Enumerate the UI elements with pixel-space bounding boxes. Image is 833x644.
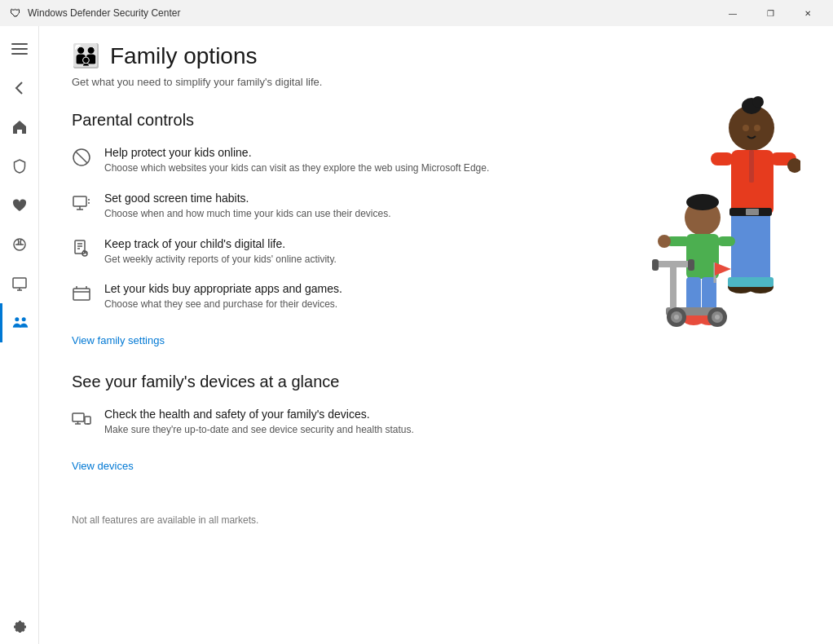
footer-note: Not all features are available in all ma… [72, 514, 800, 526]
feature-protect-title: Help protect your kids online. [104, 146, 489, 159]
svg-rect-1 [11, 48, 28, 50]
feature-screen-time-desc: Choose when and how much time your kids … [104, 207, 391, 221]
sidebar-item-settings[interactable] [0, 605, 39, 644]
sidebar-back-button[interactable] [0, 68, 39, 108]
svg-rect-27 [747, 277, 774, 287]
feature-apps-title: Let your kids buy appropriate apps and g… [104, 282, 342, 295]
feature-protect-text: Help protect your kids online. Choose wh… [104, 146, 489, 175]
sidebar-item-health[interactable] [0, 186, 39, 225]
svg-rect-68 [73, 413, 84, 421]
view-family-settings-link[interactable]: View family settings [72, 334, 165, 346]
svg-point-9 [22, 317, 26, 321]
devices-section-title: See your family's devices at a glance [72, 373, 800, 391]
titlebar-controls: — ❐ ✕ [714, 0, 826, 26]
feature-devices-desc: Make sure they're up-to-date and see dev… [104, 423, 414, 437]
feature-protect-desc: Choose which websites your kids can visi… [104, 161, 489, 175]
view-devices-link[interactable]: View devices [72, 460, 134, 472]
main-content: 👪 Family options Get what you need to si… [39, 26, 833, 644]
feature-digital-life-title: Keep track of your child's digital life. [104, 237, 337, 250]
protect-icon [72, 148, 91, 167]
minimize-button[interactable]: — [714, 0, 751, 26]
svg-rect-71 [85, 417, 90, 424]
svg-rect-42 [652, 259, 659, 271]
feature-screen-time-text: Set good screen time habits. Choose when… [104, 192, 391, 221]
svg-marker-51 [715, 262, 731, 276]
sidebar-item-home[interactable] [0, 108, 39, 147]
svg-rect-21 [751, 212, 770, 285]
feature-screen-time-title: Set good screen time habits. [104, 192, 391, 205]
family-illustration [621, 75, 800, 336]
feature-digital-life-text: Keep track of your child's digital life.… [104, 237, 337, 267]
svg-point-14 [754, 125, 760, 131]
apps-icon [72, 284, 91, 303]
svg-rect-43 [688, 259, 694, 271]
sidebar-item-firewall[interactable] [0, 225, 39, 264]
feature-devices-text: Check the health and safety of your fami… [104, 408, 414, 437]
family-icon: 👪 [72, 42, 100, 69]
sidebar-item-virus[interactable] [0, 147, 39, 186]
svg-rect-16 [749, 150, 754, 183]
feature-devices: Check the health and safety of your fami… [72, 408, 800, 437]
svg-point-12 [752, 96, 764, 108]
svg-rect-2 [11, 53, 28, 55]
svg-rect-41 [654, 261, 693, 267]
svg-line-53 [76, 152, 87, 163]
titlebar: 🛡 Windows Defender Security Center — ❐ ✕ [0, 0, 833, 26]
digital-life-icon [72, 239, 91, 258]
svg-point-13 [743, 125, 749, 131]
maximize-button[interactable]: ❐ [751, 0, 789, 26]
app-icon: 🛡 [10, 7, 21, 20]
page-title-row: 👪 Family options [72, 42, 800, 69]
svg-rect-32 [717, 236, 735, 246]
app-container: 👪 Family options Get what you need to si… [0, 26, 833, 644]
devices-icon [72, 409, 91, 429]
screen-time-icon [72, 193, 91, 213]
svg-rect-20 [731, 212, 751, 285]
sidebar-menu-button[interactable] [0, 29, 39, 68]
sidebar-item-family[interactable] [0, 303, 39, 342]
titlebar-title: Windows Defender Security Center [28, 7, 180, 19]
svg-point-48 [674, 315, 679, 320]
feature-apps-desc: Choose what they see and purchase for th… [104, 298, 342, 311]
feature-digital-life-desc: Get weekly activity reports of your kids… [104, 253, 337, 267]
feature-devices-title: Check the health and safety of your fami… [104, 408, 414, 421]
feature-apps-text: Let your kids buy appropriate apps and g… [104, 282, 342, 311]
sidebar [0, 26, 39, 644]
svg-point-34 [658, 235, 671, 248]
svg-rect-40 [670, 262, 677, 310]
svg-point-49 [715, 315, 720, 320]
page-title: Family options [110, 43, 258, 69]
close-button[interactable]: ✕ [789, 0, 826, 26]
svg-rect-23 [746, 209, 759, 215]
svg-rect-5 [13, 278, 26, 288]
svg-rect-0 [11, 43, 28, 45]
svg-rect-54 [73, 196, 86, 206]
svg-rect-64 [73, 289, 90, 300]
svg-rect-17 [711, 152, 734, 165]
svg-point-29 [686, 194, 719, 210]
titlebar-left: 🛡 Windows Defender Security Center [10, 7, 180, 20]
sidebar-item-device[interactable] [0, 264, 39, 303]
svg-point-8 [15, 317, 19, 321]
